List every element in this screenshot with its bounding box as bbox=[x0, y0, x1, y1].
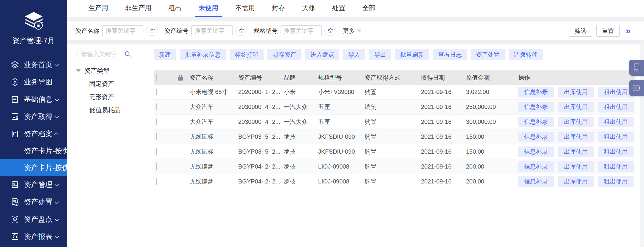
row-actions: 信息补录出库使用租出使用 bbox=[515, 132, 635, 142]
table-row: 大众汽车2030000- 4- 2...一汽大众五座购置2021-09-1630… bbox=[154, 115, 635, 129]
reset-button[interactable]: 重置 bbox=[596, 25, 620, 37]
tab-3[interactable]: 租出 bbox=[165, 0, 185, 17]
tree-expand-icon[interactable] bbox=[76, 69, 81, 72]
hexagon-bolt-icon bbox=[11, 78, 19, 86]
row-checkbox[interactable] bbox=[156, 163, 157, 170]
row-checkbox[interactable] bbox=[156, 178, 157, 185]
collapse-panel-button[interactable] bbox=[629, 80, 644, 96]
tab-4[interactable]: 未使用 bbox=[195, 0, 222, 17]
empty-tag-button[interactable]: 空 bbox=[235, 26, 247, 36]
row-checkbox[interactable] bbox=[156, 118, 157, 125]
tab-8[interactable]: 处置 bbox=[329, 0, 349, 17]
tab-9[interactable]: 全部 bbox=[359, 0, 379, 17]
row-action-3[interactable]: 租出使用 bbox=[598, 87, 634, 98]
double-chevron-right-icon[interactable]: » bbox=[626, 26, 631, 35]
tree-node-asset-type[interactable]: 资产类型 bbox=[76, 67, 140, 75]
toolbar-button-8[interactable]: 批量刷新 bbox=[395, 49, 429, 60]
row-action-3[interactable]: 租出使用 bbox=[598, 102, 634, 112]
cell-brand: 一汽大众 bbox=[284, 103, 318, 111]
row-actions: 信息补录出库使用租出使用 bbox=[515, 161, 635, 172]
filter-field-input[interactable] bbox=[281, 25, 322, 36]
filter-field-input[interactable] bbox=[102, 25, 143, 36]
toolbar-button-11[interactable]: 调拨转移 bbox=[509, 49, 543, 60]
row-action-3[interactable]: 租出使用 bbox=[598, 161, 634, 172]
filter-field-input[interactable] bbox=[191, 25, 233, 36]
row-action-2[interactable]: 出库使用 bbox=[558, 102, 594, 112]
tab-7[interactable]: 大修 bbox=[298, 0, 319, 17]
row-checkbox[interactable] bbox=[156, 133, 157, 140]
cell-asset-name: 无线键盘 bbox=[190, 163, 238, 171]
cell-original-value: 150.00 bbox=[466, 148, 515, 155]
toolbar-button-6[interactable]: 导入 bbox=[343, 49, 365, 60]
row-action-2[interactable]: 出库使用 bbox=[558, 132, 594, 142]
empty-tag-button[interactable]: 空 bbox=[324, 26, 336, 36]
sidebar-item-6[interactable]: $资产管理 bbox=[0, 176, 67, 193]
tree-node-2[interactable]: 无形资产 bbox=[89, 93, 140, 101]
toolbar-button-2[interactable]: 批量补录信息 bbox=[180, 49, 226, 60]
row-action-1[interactable]: 信息补录 bbox=[518, 132, 554, 142]
filter-field-1: 资产名称空 bbox=[75, 25, 158, 36]
row-action-1[interactable]: 信息补录 bbox=[518, 102, 554, 112]
sidebar-item-8[interactable]: $资产盘点 bbox=[0, 211, 67, 228]
row-checkbox[interactable] bbox=[156, 104, 157, 110]
row-action-1[interactable]: 信息补录 bbox=[518, 176, 554, 187]
col-original-value: 原值金额 bbox=[466, 74, 515, 82]
row-action-3[interactable]: 租出使用 bbox=[598, 176, 634, 187]
row-checkbox[interactable] bbox=[156, 89, 157, 95]
row-action-1[interactable]: 信息补录 bbox=[518, 161, 554, 172]
row-checkbox[interactable] bbox=[156, 148, 157, 155]
table-toolbar: 新建批量补录信息标签打印封存资产进入盘点导入导出批量刷新查看日志资产处置调拨转移 bbox=[154, 49, 635, 60]
row-action-2[interactable]: 出库使用 bbox=[558, 146, 594, 157]
main-area: 生产用非生产用租出未使用不需用封存大修处置全部 资产名称空资产编号空规格型号空 … bbox=[67, 0, 644, 247]
sidebar-item-7[interactable]: ¥资产处置 bbox=[0, 193, 67, 211]
row-action-2[interactable]: 出库使用 bbox=[558, 87, 594, 98]
row-action-2[interactable]: 出库使用 bbox=[558, 161, 594, 172]
row-action-3[interactable]: 租出使用 bbox=[598, 132, 634, 142]
cell-acquire-way: 购置 bbox=[365, 88, 421, 96]
cell-original-value: 3,022.00 bbox=[466, 89, 515, 95]
sidebar-item-9[interactable]: 资产报表 bbox=[0, 228, 67, 245]
sidebar-subitem-2[interactable]: 资产卡片-按使... bbox=[0, 159, 67, 176]
chart-report-icon bbox=[11, 232, 19, 241]
tab-5[interactable]: 不需用 bbox=[232, 0, 258, 17]
select-all-checkbox[interactable] bbox=[156, 74, 157, 81]
sidebar-item-1[interactable]: 业务首页 bbox=[0, 56, 67, 73]
filter-field-label: 资产名称 bbox=[75, 27, 99, 35]
sidebar-item-3[interactable]: 基础信息 bbox=[0, 91, 67, 108]
more-filters-label: 更多 bbox=[343, 27, 355, 35]
tree-node-3[interactable]: 低值易耗品 bbox=[89, 106, 140, 114]
empty-tag-button[interactable]: 空 bbox=[146, 26, 158, 36]
toolbar-button-9[interactable]: 查看日志 bbox=[433, 49, 467, 60]
toolbar-button-5[interactable]: 进入盘点 bbox=[305, 49, 339, 60]
sidebar-subitem-1[interactable]: 资产卡片-按类型 bbox=[0, 143, 67, 159]
mobile-view-button[interactable] bbox=[629, 60, 644, 76]
svg-text:¥: ¥ bbox=[16, 203, 17, 206]
toolbar-button-1[interactable]: 新建 bbox=[154, 49, 176, 60]
toolbar-button-7[interactable]: 导出 bbox=[369, 49, 391, 60]
row-action-2[interactable]: 出库使用 bbox=[558, 176, 594, 187]
tab-2[interactable]: 非生产用 bbox=[122, 0, 155, 17]
tab-1[interactable]: 生产用 bbox=[85, 0, 112, 17]
row-action-3[interactable]: 租出使用 bbox=[598, 117, 634, 127]
row-action-1[interactable]: 信息补录 bbox=[518, 117, 554, 127]
toolbar-button-4[interactable]: 封存资产 bbox=[267, 49, 301, 60]
row-action-3[interactable]: 租出使用 bbox=[598, 146, 634, 157]
tree-node-1[interactable]: 固定资产 bbox=[89, 80, 140, 88]
filter-button[interactable]: 筛选 bbox=[569, 25, 592, 37]
row-action-1[interactable]: 信息补录 bbox=[518, 87, 554, 98]
chevron-down-icon bbox=[55, 217, 59, 221]
tab-6[interactable]: 封存 bbox=[268, 0, 289, 17]
toolbar-button-10[interactable]: 资产处置 bbox=[471, 49, 505, 60]
sidebar-item-4[interactable]: $资产取得 bbox=[0, 108, 67, 125]
sidebar-item-5[interactable]: 资产档案 bbox=[0, 125, 67, 143]
tree-search bbox=[76, 49, 134, 59]
cell-brand: 一汽大众 bbox=[284, 118, 318, 126]
search-icon[interactable] bbox=[124, 51, 131, 57]
mobile-phone-icon bbox=[633, 63, 640, 72]
row-action-1[interactable]: 信息补录 bbox=[518, 146, 554, 157]
acquire-arrow-icon: $ bbox=[11, 112, 19, 121]
sidebar-item-2[interactable]: 业务导图 bbox=[0, 73, 67, 91]
row-action-2[interactable]: 出库使用 bbox=[558, 117, 594, 127]
more-filters-button[interactable]: 更多 bbox=[343, 27, 361, 35]
toolbar-button-3[interactable]: 标签打印 bbox=[230, 49, 264, 60]
